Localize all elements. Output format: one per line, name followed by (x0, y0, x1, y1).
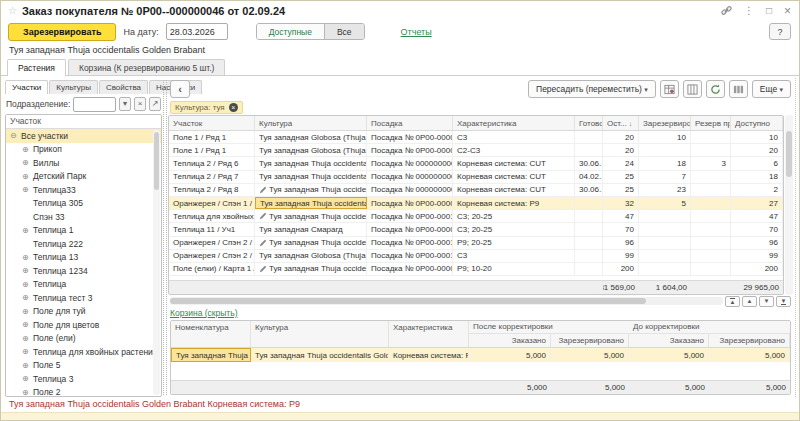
column-header[interactable]: Ост...↓ (603, 116, 639, 130)
tree-expander-icon[interactable]: ⊕ (22, 374, 33, 383)
column-header[interactable]: Номенклатура (171, 321, 251, 347)
tree-item[interactable]: ⊕ Теплица для хвойных растений (6, 345, 161, 359)
back-button[interactable]: ‹ (170, 80, 190, 98)
go-first-icon[interactable]: ▲ (725, 296, 740, 307)
maximize-icon[interactable]: □ (766, 6, 772, 16)
tree-expander-icon[interactable]: ⊕ (22, 145, 33, 154)
tree-item[interactable]: ⊕ Теплица тест 3 (6, 291, 161, 305)
column-header[interactable]: Зарезервировано (709, 334, 790, 347)
column-header[interactable]: Заказано (629, 334, 709, 347)
more-button[interactable]: Еще ▾ (752, 80, 791, 98)
get-link-icon[interactable] (721, 5, 732, 16)
column-header[interactable]: Резерв пр... (691, 116, 731, 130)
reports-link[interactable]: Отчеты (401, 27, 432, 37)
tree-expander-icon[interactable]: ⊕ (22, 347, 33, 356)
tree-item[interactable]: ⊕ Поле 2 (6, 386, 161, 397)
tree-scrollbar[interactable] (153, 130, 160, 395)
tab-properties[interactable]: Свойства (99, 80, 148, 94)
table-row[interactable]: Поле (елки) / Карта 1 / Ря... Туя западн… (169, 263, 783, 276)
go-next-icon[interactable]: ▼ (759, 296, 774, 307)
tree-item[interactable]: ⊕ Теплица 3 (6, 372, 161, 386)
tree-item[interactable]: ⊕ Поле (ели) (6, 332, 161, 346)
tree-expander-icon[interactable]: ⊕ (22, 334, 33, 343)
grid-vertical-scrollbar[interactable] (785, 115, 793, 295)
column-header[interactable]: Доступно (731, 116, 783, 130)
toggle-available[interactable]: Доступные (257, 24, 325, 39)
tree-expander-icon[interactable]: ⊕ (22, 320, 33, 329)
tree-expander-icon[interactable]: ⊕ (22, 280, 33, 289)
column-header[interactable]: Зарезервировано (551, 334, 629, 347)
help-button[interactable]: ? (769, 23, 791, 40)
toggle-all[interactable]: Все (325, 24, 364, 39)
refresh-icon[interactable] (706, 80, 725, 98)
close-icon[interactable]: × (784, 6, 791, 16)
tree-item[interactable]: ⊕ Поле для цветов (6, 318, 161, 332)
favorite-star-icon[interactable]: ☆ (8, 5, 17, 16)
table-row[interactable]: Поле 1 / Ряд 1 Туя западная Globosa (Thu… (169, 131, 783, 144)
tab-plots[interactable]: Участки (5, 80, 48, 94)
table-row[interactable]: Теплица 2 / Ряд 6 Туя западная Thuja occ… (169, 157, 783, 170)
clear-icon[interactable]: × (134, 97, 146, 111)
tree-expander-icon[interactable]: ⊕ (22, 388, 33, 396)
tab-plants[interactable]: Растения (7, 59, 66, 76)
panel-splitter[interactable] (163, 80, 167, 395)
tree-item[interactable]: ⊕ Детский Парк (6, 170, 161, 184)
table-row[interactable]: Теплица 11 / Уч1 Туя западная Смарагд По… (169, 223, 783, 236)
tree-item[interactable]: Теплица 222 (6, 237, 161, 251)
column-header[interactable]: Заказано (469, 334, 551, 347)
department-input[interactable] (73, 97, 116, 112)
open-icon[interactable]: ↗ (149, 97, 161, 111)
tree-item[interactable]: ⊕ Виллы (6, 156, 161, 170)
tree-expander-icon[interactable]: ⊕ (22, 307, 33, 316)
column-header[interactable]: Готово (575, 116, 603, 130)
tree-expander-icon[interactable]: ⊕ (22, 293, 33, 302)
tree-item[interactable]: ⊕ Теплица33 (6, 183, 161, 197)
transplant-button[interactable]: Пересадить (переместить) ▾ (528, 80, 656, 98)
tree-item[interactable]: ⊕ Теплица 1234 (6, 264, 161, 278)
reserve-button[interactable]: Зарезервировать (8, 23, 116, 41)
tab-basket[interactable]: Корзина (К резервированию 5 шт.) (68, 59, 226, 75)
table-row[interactable]: Оранжерея / Спэн 2 / Ряд 7 Туя западная … (169, 237, 783, 250)
tree-expander-icon[interactable]: ⊕ (22, 361, 33, 370)
table-row[interactable]: Теплица для хвойных рас... Туя западная … (169, 210, 783, 223)
basket-hide-link[interactable]: Корзина (скрыть) (170, 308, 238, 318)
tree-expander-icon[interactable]: ⊕ (22, 172, 33, 181)
column-header[interactable]: Посадка (367, 116, 453, 130)
tree-item[interactable]: ⊕ Теплица (6, 278, 161, 292)
more-window-menu-icon[interactable]: ⋮ (744, 6, 754, 16)
tree-item[interactable]: ⊕ Поле для туй (6, 305, 161, 319)
go-previous-icon[interactable]: ▲ (742, 296, 757, 307)
tab-cultures[interactable]: Культуры (49, 80, 98, 94)
tree-expander-icon[interactable]: ⊕ (22, 185, 33, 194)
tree-column-header[interactable]: Участок (6, 115, 161, 129)
tree-item[interactable]: Теплица 305 (6, 197, 161, 211)
tree-item[interactable]: ⊕ Прикоп (6, 143, 161, 157)
remove-filter-icon[interactable]: × (229, 103, 238, 112)
chevron-down-icon[interactable]: ▾ (119, 97, 131, 111)
table-row[interactable]: Теплица 2 / Ряд 8 Туя западная Thuja occ… (169, 184, 783, 197)
table-row[interactable]: Оранжерея / Спэн 2 / Ряд 7 Туя западная … (169, 250, 783, 263)
tree-expander-icon[interactable]: ⊕ (22, 226, 33, 235)
tree-item[interactable]: ⊕ Теплица 1 (6, 224, 161, 238)
table-row[interactable]: Туя западная Thuja occidentalis ... Туя … (171, 348, 790, 362)
column-header[interactable]: Культура (251, 321, 389, 347)
column-header[interactable]: Культура (255, 116, 367, 130)
go-last-icon[interactable]: ▼ (776, 296, 791, 307)
tree-expander-icon[interactable]: ⊕ (22, 266, 33, 275)
column-header[interactable]: Зарезервиро... (639, 116, 691, 130)
table-columns-icon[interactable] (683, 80, 702, 98)
tree-expander-icon[interactable]: ⊖ (10, 131, 21, 140)
table-edit-icon[interactable] (660, 80, 679, 98)
date-input[interactable] (166, 23, 228, 40)
tree-expander-icon[interactable]: ⊕ (22, 253, 33, 262)
column-header[interactable]: Характеристика (453, 116, 575, 130)
column-header[interactable]: Участок (169, 116, 255, 130)
tree-item[interactable]: ⊖ Все участки (6, 129, 161, 143)
table-row[interactable]: Поле 1 / Ряд 1 Туя западная Globosa (Thu… (169, 144, 783, 157)
table-view-icon[interactable] (729, 80, 748, 98)
table-row[interactable]: Теплица 2 / Ряд 7 Туя западная Thuja occ… (169, 171, 783, 184)
tree-item[interactable]: Спэн 33 (6, 210, 161, 224)
tree-item[interactable]: ⊕ Теплица 13 (6, 251, 161, 265)
table-row[interactable]: Оранжерея / Спэн 1 / Ряд 1 Туя западная … (169, 197, 783, 210)
column-header[interactable]: Характеристика (389, 321, 469, 347)
